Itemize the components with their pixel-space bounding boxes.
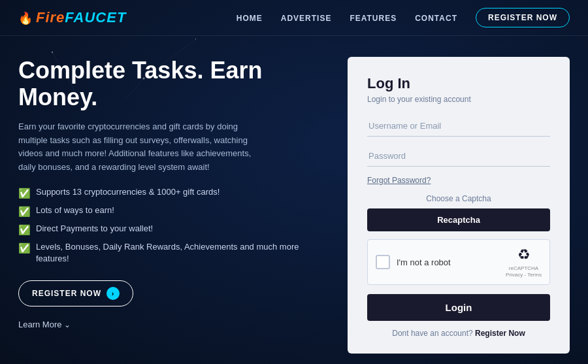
register-main-button[interactable]: REGISTER NOW › [18,280,133,306]
check-icon-3: ✅ [18,223,31,237]
check-icon-2: ✅ [18,205,31,218]
recaptcha-checkbox[interactable] [376,255,390,269]
arrow-icon: › [106,287,120,300]
no-account-row: Dont have an account? Register Now [367,329,550,338]
feature-item-1: ✅ Supports 13 cryptocurrencies & 1000+ g… [18,186,328,200]
recaptcha-button[interactable]: Recaptcha [367,208,550,231]
logo-fire: Fire [18,9,65,26]
navbar: FireFAUCET HOME ADVERTISE FEATURES CONTA… [0,0,588,36]
chevron-down-icon: ⌄ [64,320,71,329]
feature-item-4: ✅ Levels, Bonuses, Daily Rank Rewards, A… [18,241,328,265]
register-now-link[interactable]: Register Now [475,329,525,338]
nav-features[interactable]: FEATURES [350,12,397,24]
login-title: Log In [367,75,550,92]
hero-panel: Complete Tasks. Earn Money. Earn your fa… [18,57,335,354]
nav-register[interactable]: REGISTER NOW [476,8,570,27]
feature-item-3: ✅ Direct Payments to your wallet! [18,223,328,237]
recaptcha-brand-text: reCAPTCHAPrivacy - Terms [506,265,542,278]
recaptcha-logo-icon: ♻ [517,246,531,263]
password-input[interactable] [367,146,550,167]
main-content: Complete Tasks. Earn Money. Earn your fa… [0,36,588,354]
recaptcha-widget: I'm not a robot ♻ reCAPTCHAPrivacy - Ter… [367,239,550,285]
nav-links: HOME ADVERTISE FEATURES CONTACT REGISTER… [237,8,570,27]
logo[interactable]: FireFAUCET [18,9,126,26]
logo-faucet: FAUCET [65,9,126,26]
nav-home[interactable]: HOME [237,12,263,24]
nav-advertise[interactable]: ADVERTISE [281,12,332,24]
check-icon-1: ✅ [18,186,31,200]
hero-subtext: Earn your favorite cryptocurrencies and … [18,120,253,174]
login-card: Log In Login to your existing account Fo… [348,57,570,354]
feature-item-2: ✅ Lots of ways to earn! [18,205,328,218]
login-button[interactable]: Login [367,294,550,321]
username-email-input[interactable] [367,116,550,137]
captcha-label: Choose a Captcha [367,194,550,203]
forgot-password-link[interactable]: Forgot Password? [367,176,550,185]
features-list: ✅ Supports 13 cryptocurrencies & 1000+ g… [18,186,328,265]
nav-contact[interactable]: CONTACT [415,12,457,24]
recaptcha-label: I'm not a robot [397,257,451,267]
learn-more-link[interactable]: Learn More ⌄ [18,320,328,329]
hero-headline: Complete Tasks. Earn Money. [18,57,328,111]
login-subtitle: Login to your existing account [367,95,550,104]
check-icon-4: ✅ [18,241,31,255]
